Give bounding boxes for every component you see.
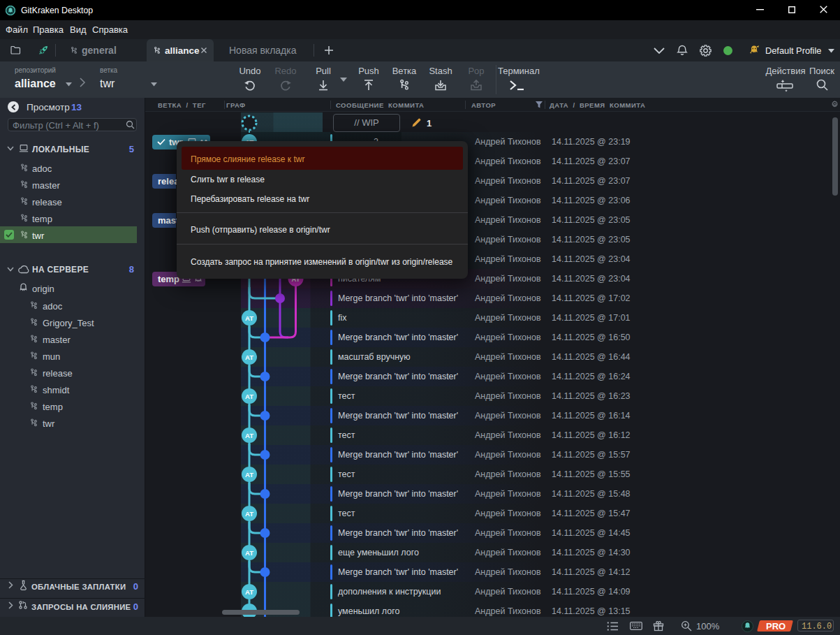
svg-text:AT: AT [245,510,253,518]
svg-text:AT: AT [245,471,253,479]
svg-text:AT: AT [245,549,253,557]
svg-text:AT: AT [245,314,253,322]
svg-text:AT: AT [245,393,253,400]
svg-text:AT: AT [245,353,253,361]
svg-text:AT: AT [245,432,253,439]
svg-text:AT: AT [245,588,253,596]
